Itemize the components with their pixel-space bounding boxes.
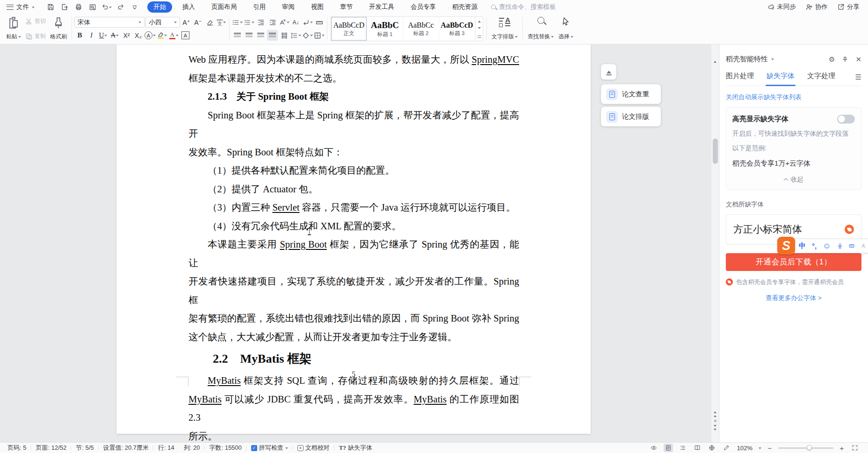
paper-layout-button[interactable]: 论文排版	[601, 107, 661, 126]
zoom-level-label[interactable]: 102%	[736, 445, 753, 452]
next-page-button[interactable]	[714, 425, 716, 432]
more-office-fonts-link[interactable]: 查看更多办公字体 >	[726, 294, 861, 302]
ime-punctuation-toggle[interactable]: °,	[812, 242, 817, 250]
document-page[interactable]: Web 应用程序。因为本课题的商城系统页面较多，数据量大，所以 SpringMV…	[116, 44, 591, 434]
collaborate-button[interactable]: 协作	[805, 3, 828, 11]
fullscreen-button[interactable]	[850, 444, 860, 452]
align-right-button[interactable]	[255, 30, 266, 41]
doc-line[interactable]: 2.1.3 关于 Spring Boot 框架	[188, 88, 519, 106]
scroll-up-arrow[interactable]	[711, 59, 719, 63]
eye-protection-button[interactable]	[649, 444, 658, 452]
ribbon-tab[interactable]: 视图	[305, 1, 330, 13]
copy-button[interactable]: 复制	[23, 32, 48, 41]
show-marks-button[interactable]	[302, 17, 313, 28]
share-button[interactable]: 分享	[837, 3, 860, 11]
borders-button[interactable]	[314, 30, 325, 41]
print-button[interactable]	[73, 2, 84, 12]
subscript-button[interactable]: X₂	[133, 30, 144, 41]
ime-language-toggle[interactable]: 中	[799, 241, 806, 250]
italic-button[interactable]: I	[86, 30, 97, 41]
increase-indent-button[interactable]	[267, 17, 278, 28]
export-button[interactable]	[59, 2, 70, 12]
ribbon-tab[interactable]: 插入	[176, 1, 201, 13]
font-size-combobox[interactable]: 小四	[145, 17, 180, 28]
shading-button[interactable]	[302, 30, 313, 41]
close-panel-icon[interactable]: ✕	[855, 56, 861, 63]
font-name-combobox[interactable]: 宋体	[74, 17, 145, 28]
page-view-button[interactable]	[664, 444, 673, 452]
style-scroll-up-button[interactable]	[476, 17, 483, 25]
line-spacing-button[interactable]	[290, 30, 301, 41]
doc-line[interactable]: 架有繁琐的配置，系统出错也很难找到出错的原因，而 Spring Boot 弥补 …	[188, 309, 519, 328]
ime-keyboard-icon[interactable]	[849, 242, 854, 250]
web-layout-button[interactable]	[707, 444, 716, 452]
save-button[interactable]	[45, 2, 56, 12]
underline-button[interactable]: U	[98, 30, 108, 41]
ink-tools-button[interactable]	[722, 444, 731, 452]
panel-tab[interactable]: 图片处理	[726, 72, 754, 86]
ime-account-icon[interactable]	[861, 242, 866, 250]
style-cell[interactable]: AaBbC 标题 1	[367, 17, 403, 41]
ribbon-tab[interactable]: 页面布局	[205, 1, 243, 13]
ime-microphone-icon[interactable]	[837, 242, 843, 250]
align-left-button[interactable]	[232, 30, 243, 41]
document-proofread-button[interactable]: ✕ 文档校对	[293, 444, 334, 452]
doc-line[interactable]: 发效率。Spring Boot 框架特点如下：	[188, 143, 519, 162]
strikethrough-button[interactable]: A	[109, 30, 120, 41]
font-color-button[interactable]: A	[168, 30, 179, 41]
decrease-indent-button[interactable]	[255, 17, 266, 28]
redo-button[interactable]	[115, 2, 126, 12]
zoom-slider[interactable]	[778, 447, 833, 449]
ribbon-tab[interactable]: 章节	[334, 1, 359, 13]
scrollbar-thumb[interactable]	[713, 139, 718, 164]
doc-line[interactable]: （3）内置三种 Servlet 容器，只需要一个 Java 运行环境就可以运行项…	[188, 198, 519, 217]
panel-tab[interactable]: 文字处理	[807, 72, 835, 86]
text-layout-button[interactable]: A 文字排版	[489, 16, 520, 42]
outline-view-button[interactable]	[678, 444, 687, 452]
select-button[interactable]: 选择	[556, 16, 576, 42]
superscript-button[interactable]: X²	[121, 30, 132, 41]
ime-emoji-button[interactable]: ☺	[823, 241, 831, 251]
sort-button[interactable]: A↓	[290, 17, 301, 28]
download-after-membership-button[interactable]: 开通会员后下载（1）	[726, 253, 861, 271]
increase-font-button[interactable]: A⁺	[181, 17, 192, 28]
style-scroll-down-button[interactable]	[476, 25, 483, 33]
previous-page-button[interactable]	[714, 410, 716, 417]
collapse-button[interactable]: 收起	[732, 175, 855, 184]
command-search-box[interactable]: 查找命令、搜索模板	[491, 3, 556, 11]
pinyin-guide-button[interactable]: wén文	[216, 17, 227, 28]
ribbon-tab[interactable]: 稻壳资源	[446, 1, 484, 13]
sogou-logo-icon[interactable]: S	[777, 237, 795, 255]
missing-font-status-button[interactable]: T? 缺失字体	[334, 444, 377, 452]
doc-line[interactable]: Spring Boot 框架基本上是 Spring 框架的扩展，帮开发者减少了配…	[188, 106, 519, 143]
pin-icon[interactable]	[842, 56, 848, 63]
style-cell[interactable]: AaBbCcD 标题 3	[439, 17, 475, 41]
text-effects-button[interactable]	[279, 17, 289, 28]
zoom-slider-thumb[interactable]	[807, 445, 812, 450]
ribbon-tab[interactable]: 开发工具	[363, 1, 400, 13]
zoom-out-button[interactable]: −	[767, 444, 773, 452]
style-cell[interactable]: AaBbCc 标题 2	[403, 17, 439, 41]
read-layout-button[interactable]	[693, 444, 702, 452]
close-auto-show-link[interactable]: 关闭自动展示缺失字体列表	[726, 93, 861, 102]
zoom-in-button[interactable]: +	[839, 444, 845, 452]
panel-tab[interactable]: 缺失字体	[767, 72, 795, 86]
panel-title-dropdown[interactable]: 稻壳智能特性	[726, 55, 774, 64]
ribbon-tab[interactable]: 开始	[147, 1, 172, 13]
collapse-float-tools-button[interactable]	[601, 64, 616, 80]
doc-line[interactable]: （4）没有冗余代码生成和 XML 配置的要求。	[188, 217, 519, 236]
enclosed-character-button[interactable]: A	[145, 30, 156, 41]
doc-line[interactable]: MyBatis 可以减少 JDBC 重复代码，提高开发效率。MyBatis 的工…	[188, 390, 519, 427]
format-painter-button[interactable]: 格式刷	[48, 16, 69, 42]
ribbon-tab[interactable]: 会员专享	[405, 1, 442, 13]
sync-status-button[interactable]: 未同步	[767, 3, 796, 11]
highlight-color-button[interactable]	[157, 30, 167, 41]
clear-format-button[interactable]	[204, 17, 215, 28]
decrease-font-button[interactable]: A⁻	[193, 17, 203, 28]
cut-button[interactable]: 剪切	[23, 17, 48, 26]
style-gallery-more-button[interactable]	[476, 33, 483, 41]
print-preview-button[interactable]	[87, 2, 98, 12]
justify-button[interactable]	[267, 30, 278, 41]
style-cell[interactable]: AaBbCcD 正文	[331, 17, 367, 41]
bold-button[interactable]: B	[74, 30, 85, 41]
